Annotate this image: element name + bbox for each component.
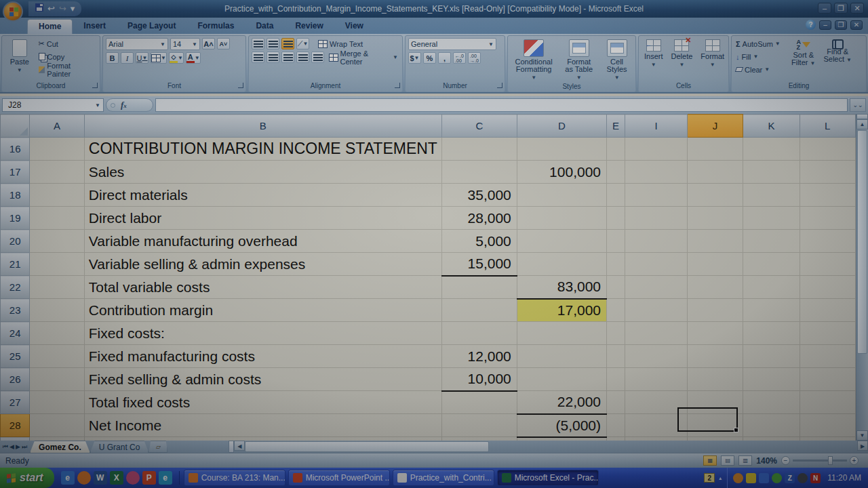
cell-C18[interactable]: 35,000 <box>441 184 517 207</box>
cell-styles-button[interactable]: CellStyles ▼ <box>601 38 633 83</box>
cell-A16[interactable] <box>30 138 85 161</box>
cell-I17[interactable] <box>625 161 688 184</box>
zoom-in-icon[interactable]: + <box>850 456 859 465</box>
cell-K26[interactable] <box>743 368 800 391</box>
cell-D26[interactable] <box>517 368 606 391</box>
horizontal-scrollbar[interactable]: ◀ ▶ <box>229 441 868 453</box>
cell-D19[interactable] <box>517 207 606 230</box>
quicklaunch-word-icon[interactable]: W <box>94 471 107 485</box>
font-color-button[interactable]: A▼ <box>186 52 201 64</box>
cell-A24[interactable] <box>30 322 85 345</box>
cell-D18[interactable] <box>517 184 606 207</box>
clear-button[interactable]: Clear▼ <box>734 64 786 75</box>
vertical-scrollbar[interactable]: ▲ ▼ <box>856 114 868 441</box>
page-break-view-button[interactable]: ▥ <box>738 455 752 466</box>
cell-I16[interactable] <box>625 138 688 161</box>
cell-L25[interactable] <box>800 345 855 368</box>
italic-button[interactable]: I <box>121 52 134 64</box>
zoom-level[interactable]: 140% <box>756 456 777 466</box>
row-header-18[interactable]: 18 <box>1 184 30 207</box>
cell-K18[interactable] <box>743 184 800 207</box>
cell-E19[interactable] <box>607 207 625 230</box>
underline-button[interactable]: U ▼ <box>136 52 149 64</box>
row-header-27[interactable]: 27 <box>1 391 30 414</box>
cell-A20[interactable] <box>30 230 85 253</box>
row-header-20[interactable]: 20 <box>1 230 30 253</box>
sheet-tab-u-grant-co[interactable]: U Grant Co <box>90 441 149 453</box>
cell-C26[interactable]: 10,000 <box>441 368 517 391</box>
expand-formula-bar-icon[interactable]: ⌄⌄ <box>850 98 866 112</box>
cell-L16[interactable] <box>800 138 855 161</box>
cell-E20[interactable] <box>607 230 625 253</box>
taskbar-button-course-ba-213-man-[interactable]: Course: BA 213: Man... <box>184 470 285 486</box>
tray-dot-icon[interactable] <box>797 473 808 483</box>
taskbar-button-microsoft-excel-prac-[interactable]: Microsoft Excel - Prac... <box>497 470 599 486</box>
ribbon-tab-page-layout[interactable]: Page Layout <box>117 19 186 34</box>
scroll-up-icon[interactable]: ▲ <box>856 119 868 129</box>
zoom-out-icon[interactable]: − <box>781 456 790 465</box>
cell-C21[interactable]: 15,000 <box>441 253 517 276</box>
cell-A25[interactable] <box>30 345 85 368</box>
cell-J17[interactable] <box>687 161 743 184</box>
column-header-B[interactable]: B <box>84 115 441 138</box>
row-header-19[interactable]: 19 <box>1 207 30 230</box>
orientation-button[interactable]: ⟋▼ <box>296 38 309 49</box>
taskbar-button-practice-with-contri-[interactable]: Practice_with_Contri... <box>393 470 494 486</box>
cell-I19[interactable] <box>625 207 688 230</box>
conditional-formatting-button[interactable]: ConditionalFormatting ▼ <box>511 38 557 83</box>
insert-function-button[interactable]: fx <box>106 98 153 112</box>
column-header-D[interactable]: D <box>517 115 606 138</box>
cell-E16[interactable] <box>607 138 625 161</box>
zoom-slider-handle[interactable] <box>828 456 833 465</box>
workbook-restore-button[interactable]: ❐ <box>835 20 847 30</box>
ribbon-tab-review[interactable]: Review <box>284 19 334 34</box>
cell-C20[interactable]: 5,000 <box>441 230 517 253</box>
cell-B18[interactable]: Direct materials <box>84 184 441 207</box>
cell-K16[interactable] <box>743 138 800 161</box>
cell-C27[interactable] <box>441 391 517 414</box>
cell-B22[interactable]: Total variable costs <box>84 276 441 299</box>
format-as-table-button[interactable]: Formatas Table ▼ <box>559 38 598 83</box>
cell-B26[interactable]: Fixed selling & admin costs <box>84 368 441 391</box>
help-icon[interactable]: ? <box>806 20 816 30</box>
cell-D16[interactable] <box>517 138 606 161</box>
cell-E18[interactable] <box>607 184 625 207</box>
cell-E24[interactable] <box>607 322 625 345</box>
cell-I18[interactable] <box>625 184 688 207</box>
active-cell-selection[interactable] <box>677 407 738 432</box>
cut-button[interactable]: ✂Cut <box>37 38 98 49</box>
cell-I25[interactable] <box>625 345 688 368</box>
cell-A21[interactable] <box>30 253 85 276</box>
cell-D22[interactable]: 83,000 <box>517 276 606 299</box>
row-header-25[interactable]: 25 <box>1 345 30 368</box>
ribbon-tab-formulas[interactable]: Formulas <box>186 19 245 34</box>
cell-J18[interactable] <box>687 184 743 207</box>
horizontal-scroll-thumb[interactable] <box>245 441 489 452</box>
currency-button[interactable]: $ ▼ <box>408 52 421 64</box>
font-dialog-launcher[interactable] <box>238 83 243 88</box>
cell-L28[interactable] <box>800 414 855 437</box>
cell-L26[interactable] <box>800 368 855 391</box>
cell-B16[interactable]: CONTRIBUTION MARGIN INCOME STATEMENT <box>84 138 441 161</box>
cell-D17[interactable]: 100,000 <box>517 161 606 184</box>
column-header-C[interactable]: C <box>441 115 517 138</box>
scroll-down-icon[interactable]: ▼ <box>856 430 868 441</box>
ribbon-tab-view[interactable]: View <box>334 19 374 34</box>
ribbon-tab-home[interactable]: Home <box>27 19 73 34</box>
sort-filter-button[interactable]: AZ Sort &Filter ▼ <box>789 38 818 82</box>
scroll-right-icon[interactable]: ▶ <box>857 441 868 451</box>
column-header-A[interactable]: A <box>30 115 85 138</box>
cell-J16[interactable] <box>687 138 743 161</box>
cell-A17[interactable] <box>30 161 85 184</box>
cell-K22[interactable] <box>743 276 800 299</box>
cell-J21[interactable] <box>687 253 743 276</box>
sheet-tab-gomez-co-[interactable]: Gomez Co. <box>30 441 90 453</box>
percent-button[interactable]: % <box>423 52 436 64</box>
cell-B17[interactable]: Sales <box>84 161 441 184</box>
align-center-button[interactable] <box>267 52 279 63</box>
quicklaunch-ie-icon[interactable]: e <box>61 471 75 485</box>
delete-cells-button[interactable]: Delete▼ <box>669 38 696 82</box>
normal-view-button[interactable]: ▦ <box>703 455 717 466</box>
close-button[interactable]: ✕ <box>850 3 864 14</box>
cell-E22[interactable] <box>607 276 625 299</box>
